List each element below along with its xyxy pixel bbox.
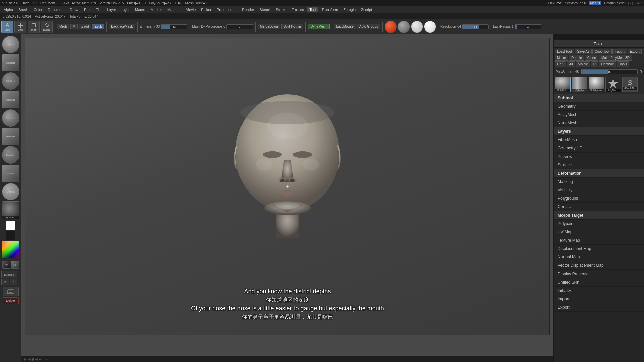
- material-z95[interactable]: [398, 21, 410, 33]
- smooth-brush[interactable]: Smooth: [2, 183, 19, 200]
- see-through-btn[interactable]: See-through 0: [565, 1, 586, 5]
- quicksave-btn[interactable]: QuickSave: [546, 1, 562, 5]
- 3d-viewport[interactable]: And you know the district depths 你知道地区的深…: [25, 38, 549, 335]
- fibermesh-menu-item[interactable]: FiberMesh: [554, 136, 644, 144]
- dyname-btn[interactable]: DynaMesh: [308, 24, 330, 29]
- copy-tool-btn[interactable]: Copy Tool: [592, 49, 612, 54]
- clip-rect-brush[interactable]: ClipRect: [2, 54, 19, 71]
- all-btn[interactable]: All: [567, 61, 575, 67]
- deformation-menu-item[interactable]: Deformation: [554, 169, 644, 178]
- alpha-6-btn[interactable]: A6: [11, 261, 19, 269]
- secondary-color[interactable]: [6, 231, 15, 240]
- menu-material[interactable]: Material: [165, 7, 183, 12]
- clip-curve-brush[interactable]: ClipCurv: [2, 72, 19, 90]
- pump-btn[interactable]: P: [10, 279, 17, 285]
- menu-color[interactable]: Color: [31, 7, 45, 12]
- polysphere-slider[interactable]: 48: [581, 69, 637, 74]
- menu-preferences[interactable]: Preferences: [214, 7, 239, 12]
- tools-btn[interactable]: Tools: [617, 61, 629, 67]
- m-btn[interactable]: M: [70, 24, 78, 29]
- menu-layer[interactable]: Layer: [105, 7, 119, 12]
- zadd-btn[interactable]: Zadd: [79, 24, 91, 29]
- menu-tool[interactable]: Tool: [307, 7, 318, 12]
- surface-menu-item[interactable]: Surface: [554, 161, 644, 169]
- vector-displacement-map-menu-item[interactable]: Vector Displacement Map: [554, 261, 644, 270]
- menu-zscript[interactable]: Zscript: [359, 7, 374, 12]
- mirror-btn[interactable]: Mirror: [555, 55, 568, 61]
- z-intensity-slider[interactable]: Z Intensity 33 33: [140, 24, 187, 29]
- material-rs-red[interactable]: [385, 21, 397, 33]
- import-bottom-btn[interactable]: Import: [554, 295, 644, 303]
- polysphere-r[interactable]: R: [640, 70, 642, 74]
- menu-transform[interactable]: Transform: [319, 7, 340, 12]
- scale-tool-btn[interactable]: Scale: [28, 21, 40, 33]
- load-tool-btn[interactable]: Load Tool: [555, 49, 574, 54]
- alpha-swatch-large[interactable]: DaynStand...: [2, 201, 19, 219]
- save-as-btn[interactable]: Save As: [575, 49, 592, 54]
- menu-alpha[interactable]: Alpha: [1, 7, 15, 12]
- texture-map-menu-item[interactable]: Texture Map: [554, 236, 644, 245]
- nanomesh-menu-item[interactable]: NanoMesh: [554, 119, 644, 127]
- menu-stencil[interactable]: Stencil: [257, 7, 273, 12]
- visibility-menu-item[interactable]: Visibility: [554, 186, 644, 194]
- backface-btn[interactable]: BackfaceMask: [109, 24, 135, 29]
- polygroups-menu-item[interactable]: Polygroups: [554, 194, 644, 203]
- displacement-map-menu-item[interactable]: Displacement Map: [554, 245, 644, 253]
- menu-render[interactable]: Render: [239, 7, 256, 12]
- split-nothing-btn[interactable]: Split Nothin: [281, 24, 303, 29]
- gallery-item-cylinder[interactable]: Cylinder: [572, 77, 587, 92]
- contact-menu-item[interactable]: Contact: [554, 203, 644, 211]
- masklasso-brush[interactable]: MaskPe: [2, 146, 19, 164]
- menu-draw[interactable]: Draw: [67, 7, 81, 12]
- material-basicmat[interactable]: [424, 21, 436, 33]
- resolution-slider[interactable]: Resolution 64 64: [440, 24, 489, 29]
- mergedown-btn[interactable]: MergeDown: [258, 24, 280, 29]
- export-btn[interactable]: Export: [628, 49, 642, 54]
- clip-circle-brush[interactable]: ClipCirc: [2, 36, 19, 53]
- make-polymesh3d-btn[interactable]: Make PolyMesh3D: [599, 55, 632, 61]
- lightbox-btn[interactable]: Lightbox: [599, 61, 616, 67]
- menu-file[interactable]: File: [93, 7, 104, 12]
- rotate-tool-btn[interactable]: Rotate: [41, 21, 53, 33]
- dynamic-btn[interactable]: Dynamic: [1, 271, 17, 278]
- subtool-menu-item[interactable]: Subtool: [554, 94, 644, 102]
- menus-btn[interactable]: Menus: [589, 1, 601, 5]
- clone-btn[interactable]: Clone: [585, 55, 598, 61]
- import-btn[interactable]: Import: [612, 49, 627, 54]
- menu-edit[interactable]: Edit: [82, 7, 93, 12]
- gallery-item-simpleb[interactable]: S SimpleB...: [622, 77, 638, 92]
- geometry-menu-item[interactable]: Geometry: [554, 102, 644, 111]
- selectrect-brush[interactable]: SelectRe: [2, 128, 19, 145]
- polypaint-menu-item[interactable]: Polypaint: [554, 220, 644, 228]
- menu-texture[interactable]: Texture: [289, 7, 306, 12]
- delete-btn[interactable]: Delete: [3, 297, 19, 304]
- color-picker[interactable]: [2, 241, 19, 258]
- default-script-btn[interactable]: DefaultZScript: [604, 1, 625, 5]
- masking-menu-item[interactable]: Masking: [554, 178, 644, 186]
- alpha-0-btn[interactable]: A0: [2, 261, 10, 269]
- goz-btn[interactable]: GoZ: [555, 61, 566, 67]
- primary-color[interactable]: [6, 221, 15, 230]
- zsub-btn[interactable]: Zsub: [92, 24, 104, 29]
- menu-light[interactable]: Light: [119, 7, 132, 12]
- visible-btn[interactable]: Visible: [576, 61, 590, 67]
- draw-tool-btn[interactable]: Draw: [1, 21, 13, 33]
- drag-btn[interactable]: [3, 287, 19, 296]
- uv-map-menu-item[interactable]: UV Map: [554, 228, 644, 236]
- unified-skin-menu-item[interactable]: Unified Skin: [554, 278, 644, 287]
- auto-groups-btn[interactable]: Auto Groups: [357, 24, 380, 29]
- solo-btn[interactable]: S: [1, 279, 9, 285]
- menu-picker[interactable]: Picker: [199, 7, 214, 12]
- mrgb-btn[interactable]: Mrgb: [57, 24, 69, 29]
- lazymouse-btn[interactable]: LazyMouse: [334, 24, 356, 29]
- menu-brush[interactable]: Brush: [16, 7, 31, 12]
- preview-menu-item[interactable]: Preview: [554, 153, 644, 161]
- selectlasso-brush[interactable]: SelectLa: [2, 109, 19, 127]
- menu-document[interactable]: Document: [45, 7, 67, 12]
- display-properties-menu-item[interactable]: Display Properties: [554, 270, 644, 278]
- double-btn[interactable]: Double: [569, 55, 584, 61]
- layers-menu-item[interactable]: Layers: [554, 127, 644, 136]
- menu-stroke[interactable]: Stroke: [273, 7, 289, 12]
- lazy-radius-slider[interactable]: LazyRadius 1 1: [493, 24, 541, 29]
- maskcircle-brush[interactable]: MaskLa: [2, 165, 19, 182]
